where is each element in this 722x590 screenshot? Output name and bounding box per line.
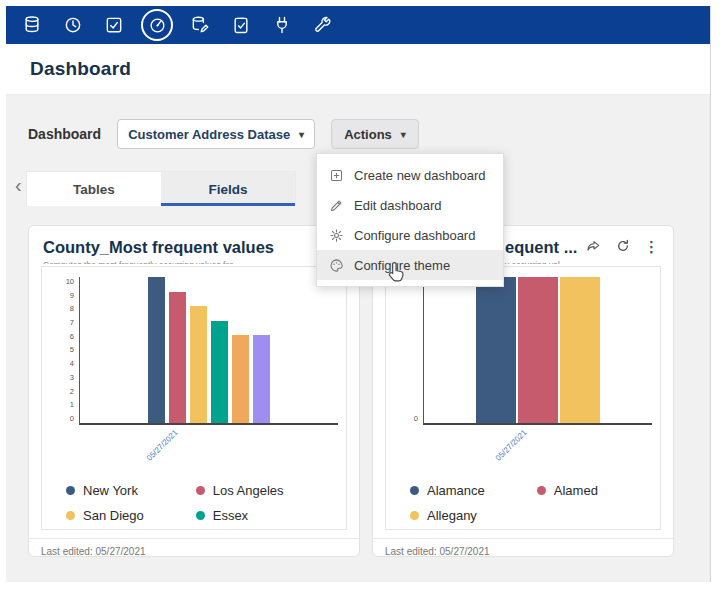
- share-icon[interactable]: [586, 238, 602, 254]
- widget-card-county: County_Most frequent values Computes the…: [28, 225, 360, 557]
- gear-icon: [329, 228, 344, 243]
- chart-bar[interactable]: [253, 335, 270, 423]
- chart-bar[interactable]: [148, 277, 165, 423]
- dashboard-label: Dashboard: [28, 126, 101, 142]
- y-tick-label: 3: [70, 373, 74, 382]
- card-subtitle: Computes the most frequently occurring v…: [29, 257, 359, 264]
- bars: [476, 277, 600, 423]
- y-tick-label: 5: [70, 345, 74, 354]
- legend-label: New York: [83, 483, 138, 498]
- chart-bar[interactable]: [518, 277, 558, 423]
- chart-bar[interactable]: [190, 306, 207, 423]
- actions-button[interactable]: Actions ▾: [331, 119, 419, 149]
- dashboard-toolbar: Dashboard Customer Address Datase ▾ Acti…: [28, 119, 419, 149]
- legend-dot-icon: [66, 486, 75, 495]
- tab-tables[interactable]: Tables: [27, 172, 161, 206]
- legend: AlamanceAlamedAllegany: [410, 483, 652, 523]
- menu-item-configure-theme[interactable]: Configure theme: [317, 250, 503, 280]
- dataset-select[interactable]: Customer Address Datase ▾: [117, 119, 315, 149]
- chevron-down-icon: ▾: [299, 129, 304, 140]
- app-window: Dashboard Dashboard Customer Address Dat…: [6, 6, 711, 582]
- bars: [148, 277, 270, 423]
- actions-button-label: Actions: [344, 127, 392, 142]
- database-icon[interactable]: [18, 11, 46, 39]
- x-tick-label: 05/27/2021: [145, 428, 180, 463]
- y-tick-label: 6: [70, 332, 74, 341]
- check-square-icon[interactable]: [100, 11, 128, 39]
- legend-item[interactable]: Essex: [196, 508, 284, 523]
- y-tick-label: 1: [70, 400, 74, 409]
- pencil-icon: [329, 198, 344, 213]
- clipboard-check-icon[interactable]: [227, 11, 255, 39]
- legend-label: Allegany: [427, 508, 477, 523]
- chart-bar[interactable]: [211, 321, 228, 423]
- y-axis: 10: [394, 277, 423, 423]
- kebab-menu-icon[interactable]: ⋮: [644, 239, 659, 254]
- legend-label: San Diego: [83, 508, 144, 523]
- legend-item[interactable]: Los Angeles: [196, 483, 284, 498]
- tabs: Tables Fields: [26, 171, 296, 206]
- chart-bar[interactable]: [560, 277, 600, 423]
- plug-icon[interactable]: [268, 11, 296, 39]
- last-edited: Last edited: 05/27/2021: [29, 538, 359, 564]
- legend-label: Alamance: [427, 483, 485, 498]
- legend: New YorkLos AngelesSan DiegoEssex: [66, 483, 338, 523]
- main-content: Dashboard Customer Address Datase ▾ Acti…: [6, 95, 710, 582]
- wrench-icon[interactable]: [309, 11, 337, 39]
- y-tick-label: 0: [414, 414, 418, 423]
- last-edited: Last edited: 05/27/2021: [373, 538, 673, 564]
- dataset-select-value: Customer Address Datase: [128, 127, 290, 142]
- card-title: equent ...: [505, 238, 577, 257]
- y-axis: 109876543210: [50, 277, 79, 423]
- legend-item[interactable]: Allegany: [410, 508, 485, 523]
- y-tick-label: 8: [70, 304, 74, 313]
- legend-item[interactable]: Alamed: [537, 483, 598, 498]
- card-actions: ⋮: [586, 238, 659, 254]
- legend-label: Los Angeles: [213, 483, 284, 498]
- y-tick-label: 10: [66, 277, 74, 286]
- legend-dot-icon: [196, 511, 205, 520]
- page-header: Dashboard: [6, 44, 710, 95]
- y-tick-label: 2: [70, 387, 74, 396]
- legend-label: Alamed: [554, 483, 598, 498]
- top-navbar: [6, 6, 710, 44]
- plot-area: [423, 277, 652, 425]
- y-tick-label: 4: [70, 359, 74, 368]
- menu-item-configure-dashboard[interactable]: Configure dashboard: [317, 220, 503, 250]
- legend-dot-icon: [66, 511, 75, 520]
- page-title: Dashboard: [30, 58, 131, 80]
- legend-item[interactable]: New York: [66, 483, 144, 498]
- dashboard-compass-icon[interactable]: [141, 9, 173, 41]
- menu-item-edit-dashboard[interactable]: Edit dashboard: [317, 190, 503, 220]
- y-tick-label: 7: [70, 318, 74, 327]
- tab-fields[interactable]: Fields: [161, 172, 295, 206]
- y-tick-label: 0: [70, 414, 74, 423]
- legend-dot-icon: [410, 511, 419, 520]
- legend-item[interactable]: San Diego: [66, 508, 144, 523]
- clock-icon[interactable]: [59, 11, 87, 39]
- legend-dot-icon: [410, 486, 419, 495]
- bar-chart: 10 05/27/2021 AlamanceAlamedAllegany: [385, 266, 661, 530]
- chart-bar[interactable]: [476, 277, 516, 423]
- card-title: County_Most frequent values: [43, 238, 274, 257]
- chart-bar[interactable]: [232, 335, 249, 423]
- legend-dot-icon: [537, 486, 546, 495]
- bar-chart: 109876543210 05/27/2021 New YorkLos Ange…: [41, 266, 347, 530]
- legend-dot-icon: [196, 486, 205, 495]
- card-header: County_Most frequent values: [29, 226, 359, 257]
- legend-label: Essex: [213, 508, 248, 523]
- palette-icon: [329, 258, 344, 273]
- database-edit-icon[interactable]: [186, 11, 214, 39]
- x-tick-label: 05/27/2021: [494, 428, 529, 463]
- menu-item-create-new-dashboard[interactable]: Create new dashboard: [317, 160, 503, 190]
- plus-square-icon: [329, 168, 344, 183]
- plot-area: [79, 277, 338, 425]
- card-subtitle: y occurring val...: [491, 257, 673, 264]
- legend-item[interactable]: Alamance: [410, 483, 485, 498]
- carousel-left-arrow-icon[interactable]: ‹: [15, 174, 22, 197]
- actions-menu: Create new dashboard Edit dashboard Conf…: [316, 153, 504, 287]
- y-tick-label: 9: [70, 291, 74, 300]
- refresh-icon[interactable]: [615, 238, 631, 254]
- chart-bar[interactable]: [169, 292, 186, 423]
- chevron-down-icon: ▾: [401, 129, 406, 140]
